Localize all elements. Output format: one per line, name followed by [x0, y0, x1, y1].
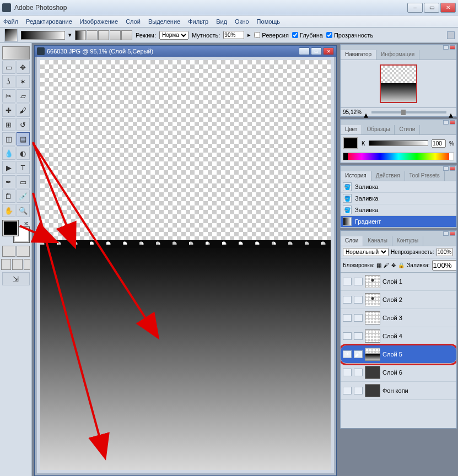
reverse-checkbox[interactable]: [254, 32, 260, 38]
layer-thumb[interactable]: [365, 348, 380, 361]
screen-mode-3[interactable]: [24, 259, 30, 270]
history-item[interactable]: 🪣Заливка: [341, 181, 456, 193]
zoom-out-icon[interactable]: ▴: [364, 110, 369, 115]
zoom-value[interactable]: 95,12%: [343, 109, 362, 115]
history-item[interactable]: 🪣Заливка: [341, 193, 456, 204]
tab-swatches[interactable]: Образцы: [362, 125, 395, 134]
menu-image[interactable]: Изображение: [80, 18, 118, 25]
tab-info[interactable]: Информация: [376, 50, 419, 60]
screen-mode-1[interactable]: [1, 259, 11, 270]
gradient-diamond[interactable]: [121, 30, 132, 40]
slice-tool[interactable]: ▱: [17, 89, 30, 102]
standard-mode-icon[interactable]: [2, 246, 15, 257]
panel-min[interactable]: [443, 166, 449, 171]
gradient-linear[interactable]: [75, 30, 86, 40]
canvas[interactable]: [40, 60, 331, 470]
menu-select[interactable]: Выделение: [148, 18, 180, 25]
jump-to-imageready[interactable]: ⇲: [2, 272, 30, 285]
visibility-icon[interactable]: [343, 296, 352, 304]
doc-close[interactable]: ✕: [323, 47, 334, 55]
link-icon[interactable]: 🖌: [354, 350, 363, 358]
tab-actions[interactable]: Действия: [371, 171, 405, 181]
dodge-tool[interactable]: ◐: [17, 147, 30, 160]
layer-row[interactable]: Слой 2: [341, 291, 456, 309]
layer-row[interactable]: Слой 4: [341, 327, 456, 345]
tab-color[interactable]: Цвет: [341, 125, 362, 134]
layer-thumb[interactable]: [365, 384, 380, 397]
tab-layers[interactable]: Слои: [341, 236, 363, 246]
menu-help[interactable]: Помощь: [257, 18, 281, 25]
color-slider[interactable]: [369, 140, 428, 146]
dither-checkbox[interactable]: [292, 32, 298, 38]
palette-well-icon[interactable]: [447, 31, 455, 39]
panel-min[interactable]: [443, 45, 449, 50]
fill-input[interactable]: [432, 260, 457, 271]
panel-min[interactable]: [443, 231, 449, 236]
blend-mode-select[interactable]: Нормальный: [343, 248, 389, 256]
heal-tool[interactable]: ✚: [2, 104, 15, 117]
layer-thumb[interactable]: [365, 366, 380, 379]
tab-tool-presets[interactable]: Tool Presets: [405, 171, 445, 181]
link-icon[interactable]: [354, 278, 363, 285]
color-value-input[interactable]: [432, 139, 446, 148]
close-button[interactable]: ✕: [440, 3, 456, 13]
crop-tool[interactable]: ✂: [2, 89, 15, 102]
document-titlebar[interactable]: 666030.JPG @ 95,1% (Слой 5,Серый) – ▭ ✕: [35, 46, 336, 57]
panel-close[interactable]: [450, 120, 455, 125]
panel-close[interactable]: [450, 231, 455, 236]
pen-tool[interactable]: ✒: [2, 175, 15, 188]
color-foreground-chip[interactable]: [343, 137, 358, 149]
layer-opacity-input[interactable]: [437, 248, 453, 256]
tab-paths[interactable]: Контуры: [392, 236, 423, 246]
marquee-tool[interactable]: ▭: [2, 61, 15, 74]
layer-thumb[interactable]: [365, 311, 380, 324]
gradient-tool[interactable]: ▤: [17, 132, 30, 145]
shape-tool[interactable]: ▭: [17, 175, 30, 188]
panel-close[interactable]: [450, 45, 455, 50]
screen-mode-2[interactable]: [12, 259, 22, 270]
navigator-thumbnail[interactable]: [380, 64, 417, 103]
tool-preset-icon[interactable]: [4, 29, 18, 42]
lasso-tool[interactable]: ʖ: [2, 75, 15, 88]
history-item[interactable]: 🪣Заливка: [341, 204, 456, 216]
lock-brush-icon[interactable]: 🖌: [384, 262, 389, 268]
tab-styles[interactable]: Стили: [395, 125, 420, 134]
type-tool[interactable]: T: [17, 161, 30, 174]
eraser-tool[interactable]: ◫: [2, 132, 15, 145]
foreground-color[interactable]: [3, 220, 18, 236]
tab-channels[interactable]: Каналы: [363, 236, 392, 246]
tab-history[interactable]: История: [341, 171, 371, 181]
menu-view[interactable]: Вид: [216, 18, 227, 25]
visibility-icon[interactable]: [343, 332, 352, 340]
panel-min[interactable]: [443, 120, 449, 125]
layer-row[interactable]: Фон копи: [341, 382, 456, 400]
gradient-radial[interactable]: [87, 30, 98, 40]
brush-tool[interactable]: 🖌: [17, 104, 30, 117]
link-icon[interactable]: [354, 296, 363, 304]
link-icon[interactable]: [354, 332, 363, 340]
link-icon[interactable]: [354, 387, 363, 394]
visibility-icon[interactable]: 👁: [343, 350, 352, 358]
opacity-arrow[interactable]: ▸: [247, 31, 251, 39]
doc-maximize[interactable]: ▭: [311, 47, 322, 55]
layer-thumb[interactable]: [365, 275, 380, 288]
hand-tool[interactable]: ✋: [2, 204, 15, 217]
link-icon[interactable]: [354, 369, 363, 376]
eyedropper-tool[interactable]: 💉: [17, 190, 30, 203]
doc-minimize[interactable]: –: [299, 47, 310, 55]
minimize-button[interactable]: –: [407, 3, 423, 13]
layer-row[interactable]: Слой 3: [341, 309, 456, 327]
maximize-button[interactable]: ▭: [424, 3, 439, 13]
tab-navigator[interactable]: Навигатор: [341, 50, 376, 60]
blend-mode-select[interactable]: Норма: [159, 31, 188, 40]
stamp-tool[interactable]: ⊞: [2, 118, 15, 131]
zoom-slider[interactable]: [371, 111, 446, 113]
gradient-reflected[interactable]: [110, 30, 121, 40]
gradient-preview[interactable]: [21, 31, 65, 40]
move-tool[interactable]: ✥: [17, 61, 30, 74]
panel-close[interactable]: [450, 166, 455, 171]
layer-row-selected[interactable]: 👁🖌Слой 5: [341, 345, 456, 364]
transparency-checkbox[interactable]: [326, 32, 332, 38]
gradient-angle[interactable]: [98, 30, 109, 40]
visibility-icon[interactable]: [343, 369, 352, 376]
